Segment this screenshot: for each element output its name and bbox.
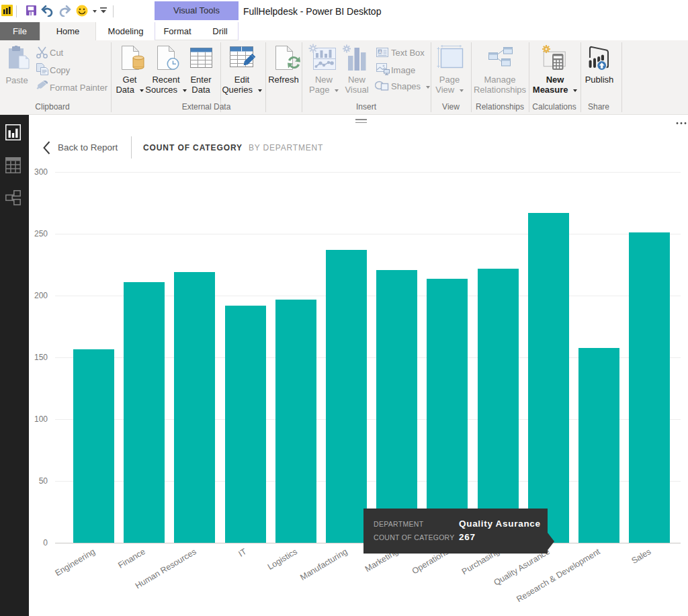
svg-text:A: A — [378, 50, 382, 54]
